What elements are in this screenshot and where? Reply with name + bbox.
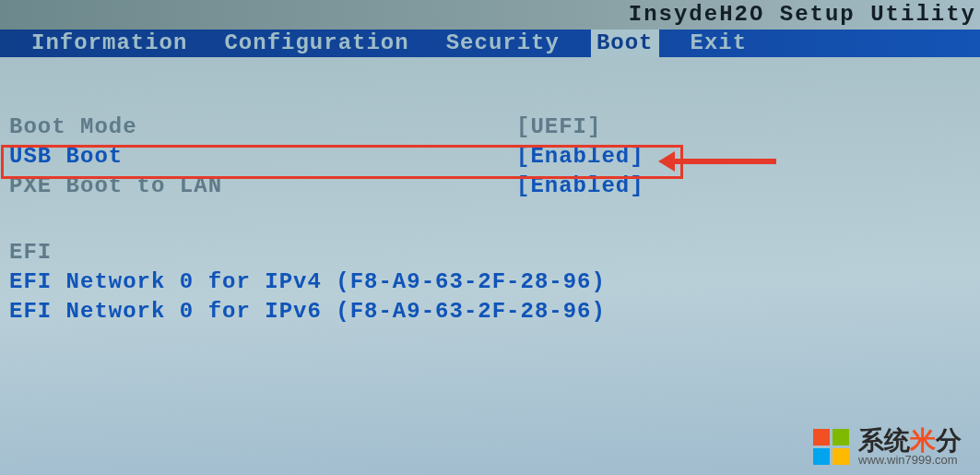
bios-screen: InsydeH2O Setup Utility Information Conf…: [0, 0, 980, 475]
watermark-star: 米: [910, 426, 936, 455]
menu-configuration[interactable]: Configuration: [218, 30, 414, 57]
efi-section: EFI EFI Network 0 for IPv4 (F8-A9-63-2F-…: [0, 238, 980, 327]
boot-page: Boot Mode [UEFI] USB Boot [Enabled] PXE …: [0, 57, 980, 475]
pxe-boot-value: [Enabled]: [516, 172, 644, 201]
setting-pxe-boot[interactable]: PXE Boot to LAN [Enabled]: [0, 172, 980, 201]
menu-bar: Information Configuration Security Boot …: [0, 30, 980, 57]
setting-boot-mode[interactable]: Boot Mode [UEFI]: [0, 113, 980, 142]
setting-usb-boot[interactable]: USB Boot [Enabled]: [0, 142, 980, 172]
efi-heading: EFI: [0, 238, 516, 267]
windows-logo-icon: [813, 429, 849, 465]
usb-boot-value: [Enabled]: [516, 142, 644, 172]
efi-entry-ipv6[interactable]: EFI Network 0 for IPv6 (F8-A9-63-2F-28-9…: [0, 297, 606, 327]
watermark-brand-a: 系统: [858, 426, 910, 455]
utility-title: InsydeH2O Setup Utility: [0, 0, 980, 30]
watermark: 系统米分 www.win7999.com: [813, 428, 962, 466]
menu-boot[interactable]: Boot: [591, 30, 659, 57]
watermark-url: www.win7999.com: [858, 454, 962, 466]
usb-boot-label: USB Boot: [0, 142, 516, 172]
watermark-brand-b: 分: [936, 426, 962, 455]
boot-mode-label: Boot Mode: [0, 113, 516, 142]
menu-exit[interactable]: Exit: [685, 30, 753, 57]
menu-security[interactable]: Security: [441, 30, 565, 57]
menu-information[interactable]: Information: [26, 30, 193, 57]
boot-mode-value: [UEFI]: [516, 113, 601, 142]
pxe-boot-label: PXE Boot to LAN: [0, 172, 516, 201]
efi-entry-ipv4[interactable]: EFI Network 0 for IPv4 (F8-A9-63-2F-28-9…: [0, 267, 606, 297]
